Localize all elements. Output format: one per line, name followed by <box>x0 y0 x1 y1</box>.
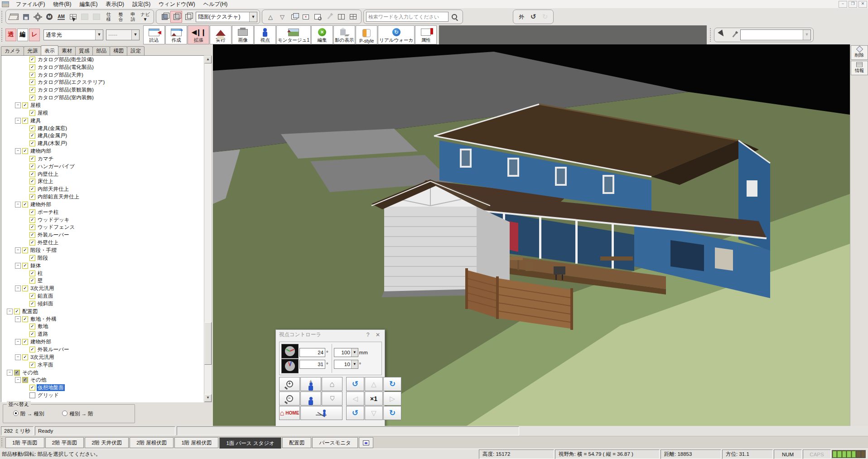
split-four-button[interactable] <box>347 11 358 22</box>
select-cursor-button[interactable] <box>717 29 728 40</box>
visibility-checkbox[interactable]: ✓ <box>29 301 35 307</box>
display-tree[interactable]: ✓カタログ部品(衛生設備)✓カタログ部品(電化製品)✓カタログ部品(天井)✓カタ… <box>1 55 207 402</box>
settings-button[interactable] <box>32 11 43 22</box>
move-up-button[interactable]: △ <box>265 11 276 22</box>
toolbar-grip[interactable] <box>1 28 4 41</box>
new-window-tab-button[interactable] <box>359 437 373 448</box>
tree-row[interactable]: ✓建具(金属窓) <box>1 125 206 132</box>
visibility-checkbox[interactable]: ✓ <box>22 247 28 253</box>
visibility-checkbox[interactable]: ✓ <box>22 285 28 291</box>
visibility-checkbox[interactable]: ✓ <box>29 240 35 246</box>
rotate-step-select[interactable]: 10 ▼ <box>334 360 358 369</box>
menu-item[interactable]: ファイル(F) <box>12 0 49 9</box>
command-realwalk-button[interactable]: ↻リアルウォーカ <box>378 25 415 44</box>
tree-item-label[interactable]: 敷地 <box>37 323 49 330</box>
scroll-thumb[interactable] <box>204 322 212 365</box>
tree-item-label[interactable]: 屋根 <box>29 102 42 109</box>
pick-color-button[interactable] <box>729 29 740 40</box>
tree-item-label[interactable]: 階段・手摺 <box>29 247 58 254</box>
menu-item[interactable]: 設定(S) <box>128 0 154 9</box>
tree-item-label[interactable]: 建具 <box>29 117 42 124</box>
panel-tab-部品[interactable]: 部品 <box>92 46 110 56</box>
tree-row[interactable]: −✓3次元汎用 <box>1 285 206 292</box>
tree-row[interactable]: ✓ハンガーパイプ <box>1 163 206 170</box>
am-button[interactable]: AM <box>56 11 67 22</box>
toolbar-grip[interactable] <box>1 11 4 23</box>
tree-row[interactable]: ✓内部天井仕上 <box>1 185 206 193</box>
panel-tab-表示[interactable]: 表示 <box>41 45 58 55</box>
tree-row[interactable]: ✓外装ルーバー <box>1 231 206 239</box>
scroll-up-button[interactable]: ▲ <box>204 56 212 63</box>
tree-item-label[interactable]: カタログ部品(エクステリア) <box>37 79 106 86</box>
tree-item-label[interactable]: 屋根 <box>37 110 49 116</box>
tree-item-label[interactable]: その他 <box>21 369 39 376</box>
look-left-button[interactable]: ◁ <box>346 391 364 406</box>
tree-item-label[interactable]: 建具(金属窓) <box>37 125 68 132</box>
visibility-checkbox[interactable]: ✓ <box>29 186 35 192</box>
tree-row[interactable]: ✓傾斜面 <box>1 300 206 308</box>
tree-item-label[interactable]: ウッドデッキ <box>37 217 71 223</box>
toolbar-grip[interactable] <box>710 28 713 41</box>
rotate-ccw-button[interactable]: ↺ <box>346 377 364 391</box>
mode-toggle-編[interactable]: 編 <box>17 29 28 41</box>
visibility-checkbox[interactable]: ✓ <box>29 194 35 200</box>
visibility-checkbox[interactable]: ✓ <box>22 316 28 322</box>
menu-item[interactable]: ウィンドウ(W) <box>154 0 199 9</box>
tree-row[interactable]: ✓建具(金属戸) <box>1 132 206 140</box>
tree-item-label[interactable]: 傾斜面 <box>37 300 54 307</box>
menu-item[interactable]: 物件(B) <box>49 0 75 9</box>
doc-tab-配置図[interactable]: 配置図 <box>282 437 312 448</box>
tree-row[interactable]: ✓カタログ部品(天井) <box>1 71 206 79</box>
tree-row[interactable]: −✓階段・手摺 <box>1 246 206 254</box>
tree-row[interactable]: ✓内壁仕上 <box>1 170 206 178</box>
panel-tab-質感[interactable]: 質感 <box>75 46 93 56</box>
visibility-checkbox[interactable]: ✓ <box>22 102 28 108</box>
vertical-angle-field[interactable]: 31 <box>299 360 325 369</box>
tree-row[interactable]: ✓カタログ部品(電化製品) <box>1 63 206 71</box>
visibility-checkbox[interactable]: ✓ <box>29 347 35 353</box>
tree-item-label[interactable]: グリッド <box>37 392 60 399</box>
tree-row[interactable]: −✓その他 <box>1 376 206 384</box>
delete-button[interactable]: 削除 <box>851 45 868 60</box>
command-view-button[interactable]: 視点 <box>254 25 276 44</box>
expand-toggle[interactable]: − <box>15 339 21 345</box>
orbit-right-button[interactable]: ↻ <box>383 406 401 420</box>
doc-tab-2階 天井伏図[interactable]: 2階 天井伏図 <box>85 437 129 448</box>
tree-item-label[interactable]: 配置図 <box>21 308 39 315</box>
visibility-checkbox[interactable]: ✓ <box>29 133 35 139</box>
tree-item-label[interactable]: カタログ部品(電化製品) <box>37 64 95 71</box>
tree-row[interactable]: ✓床仕上 <box>1 178 206 186</box>
tree-item-label[interactable]: 柱 <box>37 270 44 277</box>
visibility-checkbox[interactable]: ✓ <box>29 171 35 177</box>
tree-item-label[interactable]: 鉛直面 <box>37 293 54 300</box>
dialog-help-button[interactable]: ? <box>363 332 373 338</box>
expand-toggle[interactable]: − <box>7 370 13 376</box>
expand-toggle[interactable]: − <box>7 309 13 314</box>
minimize-button[interactable]: − <box>839 1 847 8</box>
tree-row[interactable]: ✓ポーチ柱 <box>1 208 206 216</box>
command-expand-button[interactable]: ◀❙❙拡張 <box>188 25 209 44</box>
visibility-checkbox[interactable]: ✓ <box>14 370 20 376</box>
grid-select-button[interactable] <box>68 11 78 22</box>
menu-item[interactable]: 編集(E) <box>75 0 101 9</box>
command-attr-button[interactable]: 属性 <box>415 25 437 44</box>
dialog-titlebar[interactable]: 視点コントローラ ? ✕ <box>276 330 385 339</box>
visibility-checkbox[interactable]: ✓ <box>29 224 35 230</box>
tree-item-label[interactable]: 3次元汎用 <box>29 354 55 361</box>
render-mode-select[interactable]: 隠面(テクスチャ) ▼ <box>196 12 257 22</box>
radio-icon[interactable] <box>13 411 19 416</box>
orbit-left-button[interactable]: ↺ <box>346 406 364 420</box>
tree-item-label[interactable]: 内部鉛直天井仕上 <box>37 193 80 200</box>
tree-scrollbar[interactable]: ▲ ▼ <box>204 55 212 402</box>
tree-item-label[interactable]: 外壁仕上 <box>37 239 59 246</box>
tree-row[interactable]: ✓建具(木製戸) <box>1 140 206 147</box>
zoom-in-button[interactable]: + <box>279 377 300 391</box>
master-button[interactable]: M <box>44 11 55 22</box>
house-up-button[interactable]: ⌂ <box>322 377 342 391</box>
visibility-checkbox[interactable]: ✓ <box>29 331 35 337</box>
close-windows-button[interactable]: × <box>300 11 311 22</box>
hidden-line-view-button[interactable] <box>170 11 182 23</box>
horizontal-angle-field[interactable]: 24 <box>299 348 325 357</box>
visibility-checkbox[interactable]: ✓ <box>22 377 28 383</box>
expand-toggle[interactable]: − <box>15 377 21 383</box>
